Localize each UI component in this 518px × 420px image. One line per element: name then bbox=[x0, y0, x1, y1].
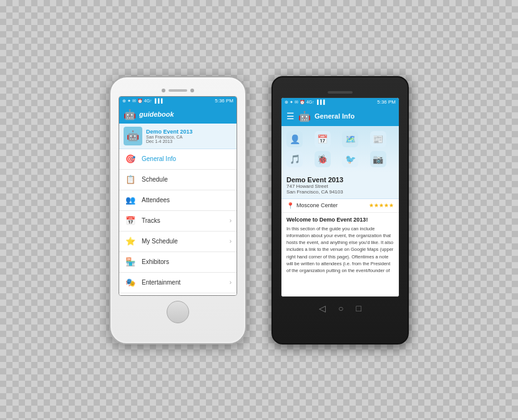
speaker-bar bbox=[169, 89, 187, 92]
menu-icon-tracks: 📅 bbox=[124, 215, 137, 227]
left-screen: ⊕ ✦ ✉ ⏰ 4G↑ ▐▐▐ 5:36 PM 🤖 guidebook 🤖 De… bbox=[119, 96, 237, 296]
back-button-right[interactable]: ☰ bbox=[286, 111, 295, 121]
gi-venue-row[interactable]: 📍 Moscone Center ★★★★★ bbox=[281, 199, 399, 213]
status-time-left: 5:36 PM bbox=[215, 98, 233, 104]
menu-icon-my-schedule: ⭐ bbox=[124, 235, 137, 248]
general-info-header: ☰ 🤖 General Info bbox=[281, 107, 399, 126]
status-icons-right: ⊕ ✦ ✉ ⏰ 4G↑ ▐▐▐ bbox=[285, 100, 325, 105]
grid-icon-calendar[interactable]: 📅 bbox=[315, 131, 331, 147]
menu-item-attendees[interactable]: 👥 Attendees bbox=[119, 190, 237, 211]
gi-event-addr2: San Francisco, CA 94103 bbox=[286, 189, 394, 195]
menu-icon-exhibitors: 🏪 bbox=[124, 256, 137, 268]
menu-list: 🎯 General Info 📋 Schedule 👥 Attendees 📅 … bbox=[119, 149, 237, 296]
menu-item-schedule[interactable]: 📋 Schedule bbox=[119, 170, 237, 190]
menu-label-exhibitors: Exhibitors bbox=[142, 258, 232, 265]
menu-label-general-info: General Info bbox=[142, 155, 232, 162]
phone-right: ⊕ ✦ ✉ ⏰ 4G↑ ▐▐▐ 5:36 PM ☰ 🤖 General Info… bbox=[271, 76, 409, 344]
gi-body-title: Welcome to Demo Event 2013! bbox=[286, 217, 394, 223]
menu-item-my-schedule[interactable]: ⭐ My Schedule › bbox=[119, 232, 237, 252]
gi-event-name: Demo Event 2013 bbox=[286, 176, 394, 183]
guidebook-robot-icon: 🤖 bbox=[124, 109, 136, 120]
grid-icon-twitter[interactable]: 🐦 bbox=[342, 151, 358, 167]
status-bar-left: ⊕ ✦ ✉ ⏰ 4G↑ ▐▐▐ 5:36 PM bbox=[119, 97, 237, 105]
nav-recents[interactable]: □ bbox=[356, 303, 361, 313]
menu-icon-attendees: 👥 bbox=[124, 194, 137, 207]
gi-body-text: In this section of the guide you can inc… bbox=[286, 225, 394, 275]
grid-icon-map[interactable]: 🗺️ bbox=[342, 131, 358, 147]
header-robot-icon: 🤖 bbox=[298, 110, 311, 122]
grid-icon-music[interactable]: 🎵 bbox=[286, 151, 303, 167]
menu-arrow-entertainment: › bbox=[230, 279, 232, 286]
event-card[interactable]: 🤖 Demo Event 2013 San Francisco, CA Dec … bbox=[119, 124, 237, 149]
gi-icons-grid: 👤 📅 🗺️ 📰 🎵 🐞 🐦 📷 bbox=[281, 126, 399, 172]
gi-info-card: Demo Event 2013 747 Howard Street San Fr… bbox=[281, 172, 399, 199]
menu-label-my-schedule: My Schedule bbox=[142, 238, 225, 245]
right-screen: ⊕ ✦ ✉ ⏰ 4G↑ ▐▐▐ 5:36 PM ☰ 🤖 General Info… bbox=[281, 97, 399, 297]
home-button-left[interactable] bbox=[167, 301, 189, 323]
event-dates: Dec 1-4 2013 bbox=[146, 139, 232, 144]
menu-label-schedule: Schedule bbox=[142, 176, 232, 183]
menu-arrow-tracks: › bbox=[230, 217, 232, 224]
event-location: San Francisco, CA bbox=[146, 135, 232, 139]
grid-icon-camera[interactable]: 📷 bbox=[370, 151, 386, 167]
menu-item-entertainment[interactable]: 🎭 Entertainment › bbox=[119, 273, 237, 293]
menu-icon-general-info: 🎯 bbox=[124, 153, 137, 165]
phone-top-bar bbox=[162, 89, 194, 92]
menu-item-tracks[interactable]: 📅 Tracks › bbox=[119, 211, 237, 232]
menu-item-speakers[interactable]: 🎤 Speakers bbox=[119, 293, 237, 296]
grid-icon-bug[interactable]: 🐞 bbox=[315, 151, 331, 167]
status-bar-right: ⊕ ✦ ✉ ⏰ 4G↑ ▐▐▐ 5:36 PM bbox=[281, 98, 399, 107]
camera-dot bbox=[162, 89, 165, 92]
avatar-icon: 🤖 bbox=[127, 130, 139, 142]
menu-icon-schedule: 📋 bbox=[124, 173, 137, 186]
menu-label-tracks: Tracks bbox=[142, 217, 225, 224]
status-icons-text: ⊕ ✦ ✉ ⏰ 4G↑ ▐▐▐ bbox=[122, 99, 162, 104]
speaker-right bbox=[328, 91, 353, 94]
gi-venue-name: Moscone Center bbox=[296, 202, 366, 208]
menu-label-entertainment: Entertainment bbox=[142, 279, 225, 286]
phone-left: ⊕ ✦ ✉ ⏰ 4G↑ ▐▐▐ 5:36 PM 🤖 guidebook 🤖 De… bbox=[109, 76, 247, 344]
gi-event-addr1: 747 Howard Street bbox=[286, 183, 394, 189]
menu-item-exhibitors[interactable]: 🏪 Exhibitors bbox=[119, 252, 237, 273]
gi-body: Welcome to Demo Event 2013! In this sect… bbox=[281, 213, 399, 297]
pin-icon: 📍 bbox=[286, 202, 294, 209]
sensor-dot bbox=[190, 89, 194, 92]
status-icons-left: ⊕ ✦ ✉ ⏰ 4G↑ ▐▐▐ bbox=[122, 99, 162, 104]
event-avatar: 🤖 bbox=[124, 127, 142, 145]
event-info: Demo Event 2013 San Francisco, CA Dec 1-… bbox=[146, 129, 232, 144]
general-info-title: General Info bbox=[315, 112, 354, 120]
status-time-right: 5:36 PM bbox=[377, 99, 396, 105]
guidebook-header: 🤖 guidebook bbox=[119, 105, 237, 124]
nav-back[interactable]: ◁ bbox=[319, 303, 326, 313]
event-name: Demo Event 2013 bbox=[146, 129, 232, 135]
menu-item-general-info[interactable]: 🎯 General Info bbox=[119, 149, 237, 170]
menu-label-attendees: Attendees bbox=[142, 197, 232, 203]
status-icons-text-right: ⊕ ✦ ✉ ⏰ 4G↑ ▐▐▐ bbox=[285, 100, 325, 105]
guidebook-logo: guidebook bbox=[139, 110, 174, 118]
menu-icon-entertainment: 🎭 bbox=[124, 276, 137, 289]
gi-stars: ★★★★★ bbox=[369, 202, 394, 208]
menu-arrow-my-schedule: › bbox=[230, 238, 232, 245]
nav-icons-right: ◁ ○ □ bbox=[319, 303, 361, 313]
nav-home[interactable]: ○ bbox=[338, 303, 343, 313]
grid-icon-news[interactable]: 📰 bbox=[370, 131, 386, 147]
grid-icon-people[interactable]: 👤 bbox=[286, 131, 303, 147]
